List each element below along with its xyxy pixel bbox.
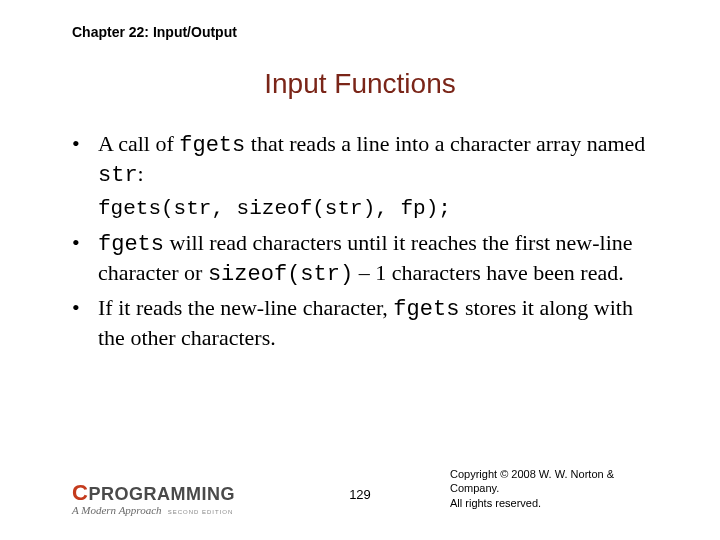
bullet-text: A call of fgets that reads a line into a…: [98, 130, 662, 190]
copyright-line-2: All rights reserved.: [450, 496, 660, 510]
text-run: that reads a line into a character array…: [245, 131, 645, 156]
text-run: – 1 characters have been read.: [353, 260, 624, 285]
bullet-2: • fgets will read characters until it re…: [72, 229, 662, 289]
bullet-text: fgets will read characters until it reac…: [98, 229, 662, 289]
footer: CPROGRAMMING A Modern ApproachSECOND EDI…: [0, 472, 720, 520]
bullet-text: If it reads the new-line character, fget…: [98, 294, 662, 352]
bullet-dot: •: [72, 130, 98, 190]
chapter-header: Chapter 22: Input/Output: [72, 24, 237, 40]
code-inline: sizeof(str): [208, 262, 353, 287]
code-inline: fgets: [179, 133, 245, 158]
text-run: :: [138, 161, 144, 186]
slide-title: Input Functions: [0, 68, 720, 100]
logo-sub-text: A Modern Approach: [72, 504, 162, 516]
code-inline: fgets: [393, 297, 459, 322]
copyright-line-1: Copyright © 2008 W. W. Norton & Company.: [450, 467, 660, 496]
bullet-dot: •: [72, 229, 98, 289]
text-run: If it reads the new-line character,: [98, 295, 393, 320]
logo-subtitle: A Modern ApproachSECOND EDITION: [72, 504, 235, 516]
bullet-1: • A call of fgets that reads a line into…: [72, 130, 662, 190]
bullet-3: • If it reads the new-line character, fg…: [72, 294, 662, 352]
logo-edition: SECOND EDITION: [168, 509, 234, 515]
copyright: Copyright © 2008 W. W. Norton & Company.…: [450, 467, 660, 510]
code-inline: fgets: [98, 232, 164, 257]
code-inline: str: [98, 163, 138, 188]
code-block: fgets(str, sizeof(str), fp);: [98, 196, 662, 223]
text-run: A call of: [98, 131, 179, 156]
bullet-dot: •: [72, 294, 98, 352]
slide-content: • A call of fgets that reads a line into…: [72, 130, 662, 356]
